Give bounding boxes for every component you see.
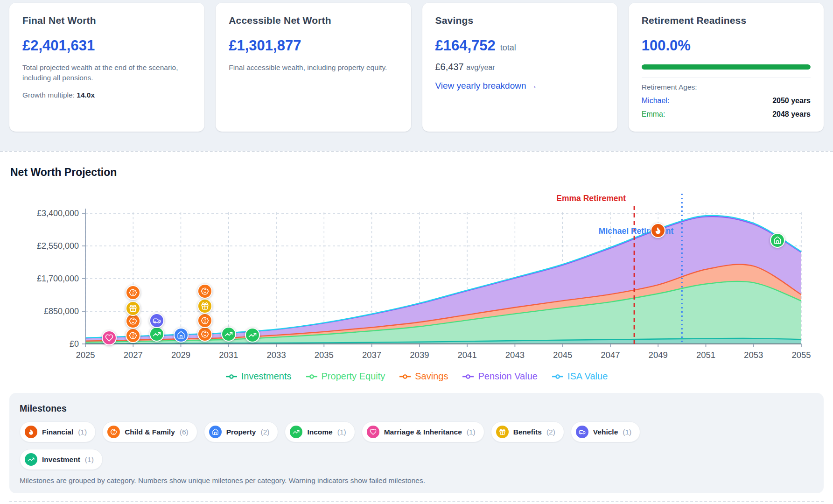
- milestone-chip-investment[interactable]: Investment(1): [20, 449, 103, 470]
- legend-item-investments[interactable]: Investments: [225, 371, 292, 382]
- milestone-marker-gift[interactable]: [126, 301, 140, 316]
- card-title: Savings: [435, 15, 604, 26]
- fire-icon: [28, 428, 35, 435]
- view-yearly-breakdown-link[interactable]: View yearly breakdown →: [435, 81, 538, 91]
- card-divider: [642, 77, 811, 77]
- y-tick-label: £3,400,000: [37, 209, 79, 218]
- x-tick-label: 2051: [696, 350, 715, 360]
- house-icon: [212, 428, 219, 435]
- chip-badge: [367, 426, 379, 438]
- chip-count: (6): [180, 428, 189, 436]
- baby-icon: [129, 331, 137, 340]
- michael-retirement-year: 2050 years: [772, 97, 811, 105]
- baby-icon: [129, 317, 137, 325]
- card-description: Final accessible wealth, including prope…: [229, 63, 387, 73]
- x-tick-label: 2047: [601, 350, 620, 360]
- milestone-marker-car[interactable]: [149, 313, 164, 328]
- milestone-marker-baby[interactable]: [197, 284, 212, 299]
- milestone-marker-house[interactable]: [770, 233, 785, 248]
- chip-count: (2): [546, 428, 555, 436]
- x-tick-label: 2049: [649, 350, 668, 360]
- chip-badge: [25, 453, 37, 466]
- accessible-net-worth-value: £1,301,877: [229, 37, 398, 54]
- chip-badge: [290, 426, 302, 438]
- chip-count: (1): [467, 428, 476, 436]
- milestone-chips-row: Financial(1)Child & Family(6)Property(2)…: [20, 421, 813, 442]
- baby-icon: [110, 428, 117, 435]
- chip-count: (1): [78, 428, 87, 436]
- chip-label: Marriage & Inheritance: [384, 428, 462, 436]
- milestone-marker-gift[interactable]: [197, 299, 212, 314]
- legend-label: Investments: [241, 371, 292, 382]
- readiness-progress-bar: [642, 64, 811, 70]
- milestone-marker-trending[interactable]: [149, 327, 164, 342]
- baby-icon: [201, 316, 209, 325]
- retirement-age-row-emma: Emma: 2048 years: [642, 110, 811, 119]
- milestone-marker-baby[interactable]: [126, 328, 140, 343]
- chip-label: Income: [307, 428, 332, 436]
- card-final-net-worth: Final Net Worth £2,401,631 Total project…: [9, 3, 204, 132]
- legend-item-isa-value[interactable]: ISA Value: [552, 371, 608, 382]
- trending-icon: [224, 330, 233, 338]
- milestone-marker-baby[interactable]: [197, 327, 212, 342]
- legend-marker-icon: [306, 374, 318, 379]
- milestone-marker-fire[interactable]: [651, 223, 665, 238]
- legend-label: Savings: [415, 371, 448, 382]
- milestone-marker-heart[interactable]: [102, 330, 117, 345]
- y-tick-label: £2,550,000: [37, 241, 79, 251]
- card-description: Total projected wealth at the end of the…: [22, 63, 181, 84]
- net-worth-section: Net Worth Projection £0£850,000£1,700,00…: [0, 151, 833, 504]
- gift-icon: [201, 302, 209, 310]
- x-tick-label: 2033: [267, 350, 286, 360]
- baby-icon: [201, 287, 209, 295]
- milestone-marker-baby[interactable]: [126, 285, 140, 300]
- legend-item-property-equity[interactable]: Property Equity: [306, 371, 385, 382]
- milestones-title: Milestones: [20, 403, 813, 414]
- emma-label: Emma:: [642, 110, 665, 119]
- savings-average-row: £6,437 avg/year: [435, 62, 604, 72]
- retirement-age-row-michael: Michael: 2050 years: [642, 97, 811, 105]
- growth-multiple-line: Growth multiple: 14.0x: [22, 91, 191, 99]
- savings-total-row: £164,752 total: [435, 37, 604, 54]
- milestone-chips-row: Investment(1): [20, 449, 813, 470]
- milestone-chip-marriage-inheritance[interactable]: Marriage & Inheritance(1): [362, 421, 484, 442]
- card-title: Final Net Worth: [22, 15, 191, 26]
- chip-label: Financial: [42, 428, 73, 436]
- milestone-marker-trending[interactable]: [245, 328, 260, 343]
- legend-item-savings[interactable]: Savings: [399, 371, 448, 382]
- milestone-marker-baby[interactable]: [197, 313, 212, 328]
- trending-icon: [28, 456, 35, 463]
- legend-item-pension-value[interactable]: Pension Value: [462, 371, 538, 382]
- chip-label: Child & Family: [125, 428, 175, 436]
- house-icon: [773, 236, 782, 245]
- savings-average-suffix: avg/year: [466, 63, 495, 71]
- readiness-progress-fill: [642, 64, 811, 70]
- final-net-worth-value: £2,401,631: [22, 37, 191, 54]
- milestone-marker-house[interactable]: [174, 328, 189, 343]
- x-tick-label: 2043: [505, 350, 525, 360]
- net-worth-projection-chart: £0£850,000£1,700,000£2,550,000£3,400,000…: [9, 185, 824, 364]
- milestone-marker-trending[interactable]: [221, 327, 236, 342]
- trending-icon: [248, 331, 257, 339]
- milestone-chip-vehicle[interactable]: Vehicle(1): [571, 421, 640, 442]
- milestone-chip-child-family[interactable]: Child & Family(6): [102, 421, 197, 442]
- milestone-chip-property[interactable]: Property(2): [204, 421, 279, 442]
- chip-count: (1): [623, 428, 631, 436]
- car-icon: [153, 316, 161, 325]
- milestone-chip-benefits[interactable]: Benefits(2): [491, 421, 564, 442]
- x-tick-label: 2037: [362, 350, 381, 360]
- savings-total-suffix: total: [500, 43, 516, 53]
- legend-marker-icon: [462, 374, 474, 379]
- milestone-chip-financial[interactable]: Financial(1): [20, 421, 96, 442]
- chip-badge: [25, 426, 37, 438]
- legend-marker-icon: [399, 374, 411, 379]
- milestone-chip-income[interactable]: Income(1): [285, 421, 355, 442]
- gift-icon: [129, 304, 137, 313]
- chip-count: (2): [261, 428, 270, 436]
- legend-label: ISA Value: [567, 371, 608, 382]
- y-tick-label: £850,000: [44, 307, 79, 316]
- heart-icon: [105, 334, 113, 342]
- y-tick-label: £0: [70, 339, 79, 349]
- bottom-divider: [9, 501, 824, 504]
- michael-label: Michael:: [642, 97, 670, 105]
